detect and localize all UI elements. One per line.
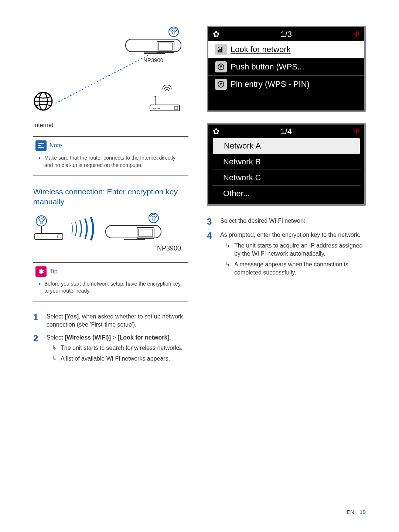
network-label: Network C	[223, 173, 261, 182]
wps-icon	[215, 79, 227, 90]
svg-rect-14	[174, 106, 178, 109]
device-illustration: NP3900	[122, 26, 185, 63]
section-title: Wireless connection: Enter encryption ke…	[33, 187, 188, 207]
menu-row-look-for-network[interactable]: Look for network	[208, 41, 364, 58]
svg-rect-31	[219, 49, 221, 52]
result-arrow-icon: ↳	[52, 355, 58, 363]
tip-callout: ✱ Tip Before you start the network setup…	[33, 262, 188, 301]
tip-icon: ✱	[35, 266, 47, 277]
note-body-text: Make sure that the router connects to th…	[44, 154, 185, 169]
step-sub: ↳ The unit starts to acquire an IP addre…	[225, 242, 366, 258]
svg-point-11	[154, 96, 156, 98]
note-callout: Note Make sure that the router connects …	[33, 136, 188, 175]
steps-left: 1 Select [Yes], when asked whether to se…	[33, 313, 188, 363]
screen-count: 1/4	[281, 127, 292, 136]
svg-rect-19	[40, 221, 42, 224]
step-sub-text: The unit starts to search for wireless n…	[61, 344, 188, 352]
step-number: 2	[33, 334, 41, 363]
network-row-c[interactable]: Network C	[212, 170, 361, 186]
step-body: Select [Wireless (WiFi)] > [Look for net…	[47, 334, 188, 363]
diagram-internet-router-device: NP3900	[33, 26, 188, 118]
screen-count: 1/3	[281, 30, 292, 39]
svg-rect-4	[158, 43, 173, 50]
left-column: NP3900	[33, 26, 188, 367]
step-number: 1	[33, 313, 41, 329]
internet-globe-icon	[33, 91, 53, 113]
menu-row-label: Look for network	[231, 45, 291, 54]
svg-rect-25	[153, 218, 155, 220]
screen-header: ✿ 1/4 Ψ	[208, 125, 364, 138]
np3900-device-icon-2	[102, 212, 165, 242]
note-icon	[35, 140, 47, 151]
note-title: Note	[50, 142, 62, 149]
svg-rect-5	[144, 52, 165, 54]
step-text: >	[111, 334, 117, 341]
step-body: As prompted, enter the encryption key to…	[220, 231, 366, 277]
tip-header: ✱ Tip	[33, 263, 188, 279]
svg-rect-28	[139, 229, 153, 236]
wps-icon	[215, 61, 227, 72]
network-row-a[interactable]: Network A	[213, 138, 360, 154]
page-columns: NP3900	[33, 26, 366, 367]
step-bold: [Yes]	[65, 313, 79, 320]
router-icon: •••• ••••	[148, 83, 185, 115]
step-text: Select	[47, 334, 65, 341]
result-arrow-icon: ↳	[52, 344, 58, 352]
step-text: .	[170, 334, 171, 341]
result-arrow-icon: ↳	[225, 242, 231, 258]
network-label: Network B	[223, 157, 260, 166]
device-screen-2: ✿ 1/4 Ψ Network A Network B Network C Ot…	[207, 123, 366, 206]
menu-row-label: Pin entry (WPS - PIN)	[231, 79, 310, 89]
step-bold: [Wireless (WiFi)]	[65, 334, 111, 341]
network-label: Network A	[224, 141, 261, 150]
gear-icon: ✿	[213, 30, 219, 39]
svg-rect-30	[218, 50, 219, 52]
step-number: 4	[207, 231, 215, 277]
tip-body: Before you start the network setup, have…	[33, 279, 188, 295]
page-footer: EN 19	[347, 509, 366, 515]
tip-title: Tip	[50, 268, 58, 275]
screen-header: ✿ 1/3 Ψ	[208, 27, 364, 41]
menu-row-wps-push[interactable]: Push button (WPS...	[208, 58, 364, 76]
np3900-device-icon	[122, 26, 185, 55]
device-label-2: NP3900	[33, 245, 181, 252]
step-body: Select [Yes], when asked whether to set …	[47, 313, 188, 329]
router-with-antenna-icon: •••• ••••	[33, 215, 65, 242]
svg-text:•••• ••••: •••• ••••	[153, 107, 160, 109]
step-2: 2 Select [Wireless (WiFi)] > [Look for n…	[33, 334, 188, 363]
step-text: Select	[47, 313, 65, 320]
footer-page-number: 19	[359, 509, 366, 515]
device-label: NP3900	[122, 57, 185, 63]
step-sub: ↳ A message appears when the connection …	[225, 260, 366, 277]
steps-right: 3 Select the desired Wi-Fi network. 4 As…	[207, 217, 366, 277]
svg-point-18	[36, 216, 47, 226]
note-body: Make sure that the router connects to th…	[33, 153, 188, 169]
result-arrow-icon: ↳	[225, 260, 231, 277]
menu-row-label: Push button (WPS...	[231, 62, 304, 72]
step-1: 1 Select [Yes], when asked whether to se…	[33, 313, 188, 329]
antenna-icon: Ψ	[353, 30, 360, 39]
device-screen-1: ✿ 1/3 Ψ Look for network Push button (WP…	[207, 26, 366, 112]
gear-icon: ✿	[213, 127, 219, 136]
step-sub-text: The unit starts to acquire an IP address…	[234, 242, 366, 258]
wifi-waves-icon	[69, 216, 98, 242]
step-sub-text: A list of available Wi-Fi networks appea…	[61, 355, 188, 363]
svg-rect-29	[124, 239, 145, 240]
step-4: 4 As prompted, enter the encryption key …	[207, 231, 366, 277]
network-row-other[interactable]: Other...	[212, 186, 361, 201]
step-sub-text: A message appears when the connection is…	[234, 260, 366, 277]
menu-row-wps-pin[interactable]: Pin entry (WPS - PIN)	[208, 76, 364, 93]
signal-bars-icon	[215, 44, 227, 55]
network-row-b[interactable]: Network B	[212, 154, 361, 170]
svg-text:•••• ••••: •••• ••••	[37, 236, 44, 238]
step-text: As prompted, enter the encryption key to…	[220, 232, 361, 238]
step-bold: [Look for network]	[117, 334, 169, 341]
footer-lang: EN	[347, 509, 354, 515]
step-text: Select the desired Wi-Fi network.	[220, 218, 307, 224]
step-body: Select the desired Wi-Fi network.	[220, 217, 366, 226]
step-number: 3	[207, 217, 215, 226]
step-3: 3 Select the desired Wi-Fi network.	[207, 217, 366, 226]
note-header: Note	[33, 137, 188, 153]
svg-rect-1	[173, 32, 175, 34]
antenna-icon: Ψ	[353, 127, 360, 136]
